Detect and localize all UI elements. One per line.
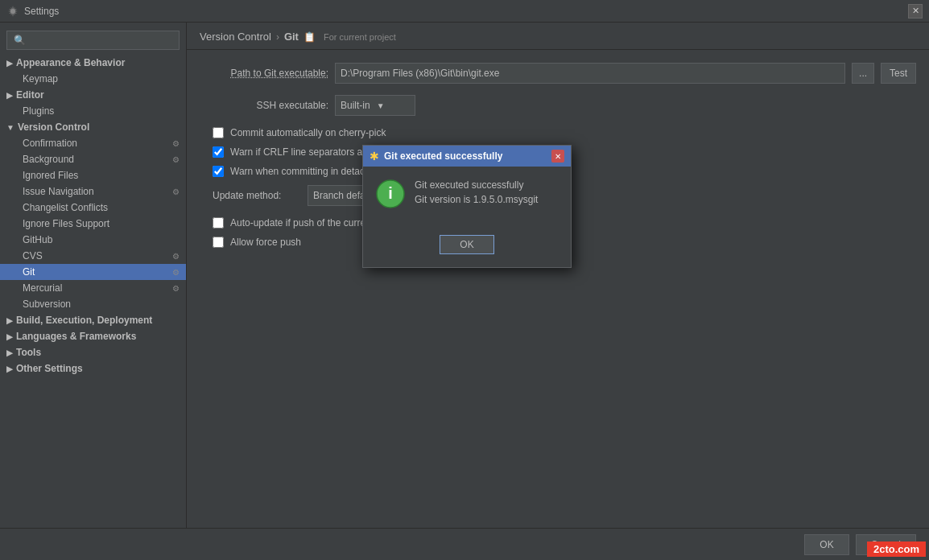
breadcrumb-subtitle: For current project <box>324 32 396 42</box>
ssh-select[interactable]: Built-in ▼ <box>335 95 415 116</box>
sidebar-item-github[interactable]: GitHub <box>0 232 186 248</box>
sidebar-group-label: Tools <box>16 347 41 358</box>
sidebar-child-label: Issue Navigation <box>23 186 94 197</box>
content-header: Version Control › Git 📋 For current proj… <box>187 23 929 50</box>
close-button[interactable]: ✕ <box>908 4 923 19</box>
sidebar-item-git[interactable]: Git ⚙ <box>0 264 186 280</box>
arrow-icon: ▶ <box>6 348 13 357</box>
settings-small-icon: ⚙ <box>172 155 180 164</box>
settings-small-icon: ⚙ <box>172 139 180 148</box>
sidebar-item-changelist-conflicts[interactable]: Changelist Conflicts <box>0 200 186 216</box>
modal-title-left: ✱ Git executed successfully <box>370 150 502 163</box>
checkbox-force-push[interactable] <box>213 237 224 248</box>
sidebar-child-label: Subversion <box>23 299 71 310</box>
modal-ok-button[interactable]: OK <box>440 235 493 254</box>
ssh-row: SSH executable: Built-in ▼ <box>200 95 916 116</box>
sidebar-item-subversion[interactable]: Subversion <box>0 296 186 312</box>
search-input[interactable] <box>6 31 180 50</box>
sidebar-child-label: Git <box>23 266 35 278</box>
arrow-icon: ▶ <box>6 59 13 68</box>
watermark: 2cto.com <box>867 541 926 557</box>
sidebar-item-mercurial[interactable]: Mercurial ⚙ <box>0 280 186 296</box>
breadcrumb-version-control: Version Control <box>200 31 271 43</box>
arrow-icon: ▶ <box>6 91 13 100</box>
arrow-icon: ▶ <box>6 316 13 325</box>
path-input[interactable] <box>335 63 845 84</box>
sidebar-child-label: Confirmation <box>23 138 77 149</box>
sidebar-item-issue-navigation[interactable]: Issue Navigation ⚙ <box>0 183 186 200</box>
settings-small-icon: ⚙ <box>172 268 180 277</box>
svg-text:i: i <box>388 184 393 202</box>
sidebar-child-label: GitHub <box>23 234 52 245</box>
sidebar-item-tools[interactable]: ▶ Tools <box>0 344 186 360</box>
sidebar-item-keymap[interactable]: Keymap <box>0 71 186 87</box>
sidebar-child-label: CVS <box>23 250 43 261</box>
sidebar-child-label: Keymap <box>23 73 58 84</box>
title-bar: Settings ✕ <box>0 0 929 23</box>
settings-small-icon: ⚙ <box>172 284 180 293</box>
modal-line2: Git version is 1.9.5.0.msysgit <box>415 194 538 205</box>
sidebar-group-label: Languages & Frameworks <box>16 331 136 342</box>
sidebar: ▶ Appearance & Behavior Keymap ▶ Editor … <box>0 23 187 528</box>
settings-icon <box>6 5 19 18</box>
modal-git-icon: ✱ <box>370 150 379 163</box>
sidebar-item-plugins[interactable]: Plugins <box>0 103 186 119</box>
sidebar-group-label: Build, Execution, Deployment <box>16 315 152 326</box>
sidebar-group-label: Editor <box>16 89 44 101</box>
browse-button[interactable]: ... <box>852 63 874 84</box>
sidebar-child-label: Mercurial <box>23 282 62 294</box>
sidebar-item-confirmation[interactable]: Confirmation ⚙ <box>0 135 186 151</box>
ssh-arrow: ▼ <box>377 101 385 110</box>
sidebar-child-label: Changelist Conflicts <box>23 202 108 213</box>
modal-body: i Git executed successfully Git version … <box>363 167 571 229</box>
checkbox-crlf[interactable] <box>213 146 224 158</box>
test-button[interactable]: Test <box>881 63 916 84</box>
sidebar-item-appearance[interactable]: ▶ Appearance & Behavior <box>0 55 186 71</box>
sidebar-item-cvs[interactable]: CVS ⚙ <box>0 248 186 264</box>
modal-close-button[interactable]: ✕ <box>551 150 564 163</box>
modal-text-block: Git executed successfully Git version is… <box>415 179 538 205</box>
sidebar-child-label: Ignore Files Support <box>23 218 109 229</box>
sidebar-group-label: Other Settings <box>16 363 83 374</box>
content-area: Version Control › Git 📋 For current proj… <box>187 23 929 528</box>
sidebar-child-label: Ignored Files <box>23 170 78 181</box>
settings-small-icon: ⚙ <box>172 187 180 196</box>
ssh-value: Built-in <box>341 100 370 111</box>
checkbox-cherry-pick-label: Commit automatically on cherry-pick <box>230 127 386 138</box>
title-bar-left: Settings <box>6 5 59 18</box>
modal-line1: Git executed successfully <box>415 179 538 191</box>
success-icon: i <box>376 179 405 216</box>
window-title: Settings <box>24 6 59 17</box>
arrow-icon: ▶ <box>6 332 13 341</box>
path-label: Path to Git executable: <box>200 68 328 79</box>
sidebar-child-label: Background <box>23 154 74 165</box>
ok-button[interactable]: OK <box>804 534 848 555</box>
checkbox-detached[interactable] <box>213 166 224 177</box>
modal-title-text: Git executed successfully <box>384 150 502 162</box>
main-layout: ▶ Appearance & Behavior Keymap ▶ Editor … <box>0 23 929 528</box>
update-label: Update method: <box>213 190 301 201</box>
checkbox-cherry-pick[interactable] <box>213 127 224 138</box>
sidebar-item-ignored-files[interactable]: Ignored Files <box>0 167 186 183</box>
checkbox-cherry-pick-row: Commit automatically on cherry-pick <box>200 127 916 138</box>
sidebar-item-editor[interactable]: ▶ Editor <box>0 87 186 103</box>
settings-small-icon: ⚙ <box>172 252 180 261</box>
arrow-icon: ▶ <box>6 364 13 373</box>
sidebar-item-other-settings[interactable]: ▶ Other Settings <box>0 360 186 377</box>
breadcrumb-git: Git <box>284 31 299 43</box>
checkbox-force-push-label: Allow force push <box>230 237 301 248</box>
sidebar-child-label: Plugins <box>23 105 54 117</box>
sidebar-item-version-control[interactable]: ▼ Version Control <box>0 119 186 135</box>
sidebar-item-build[interactable]: ▶ Build, Execution, Deployment <box>0 312 186 328</box>
sidebar-item-languages[interactable]: ▶ Languages & Frameworks <box>0 328 186 344</box>
git-success-modal: ✱ Git executed successfully ✕ i Git exec… <box>362 145 572 268</box>
modal-title-bar: ✱ Git executed successfully ✕ <box>363 146 571 167</box>
bottom-bar: OK Cancel <box>0 528 929 560</box>
modal-footer: OK <box>363 229 571 267</box>
checkbox-autoupdate[interactable] <box>213 217 224 229</box>
sidebar-item-background[interactable]: Background ⚙ <box>0 151 186 167</box>
breadcrumb-icon: 📋 <box>303 31 316 43</box>
sidebar-group-label: Version Control <box>18 121 89 133</box>
sidebar-group-label: Appearance & Behavior <box>16 57 125 68</box>
sidebar-item-ignore-files-support[interactable]: Ignore Files Support <box>0 216 186 232</box>
